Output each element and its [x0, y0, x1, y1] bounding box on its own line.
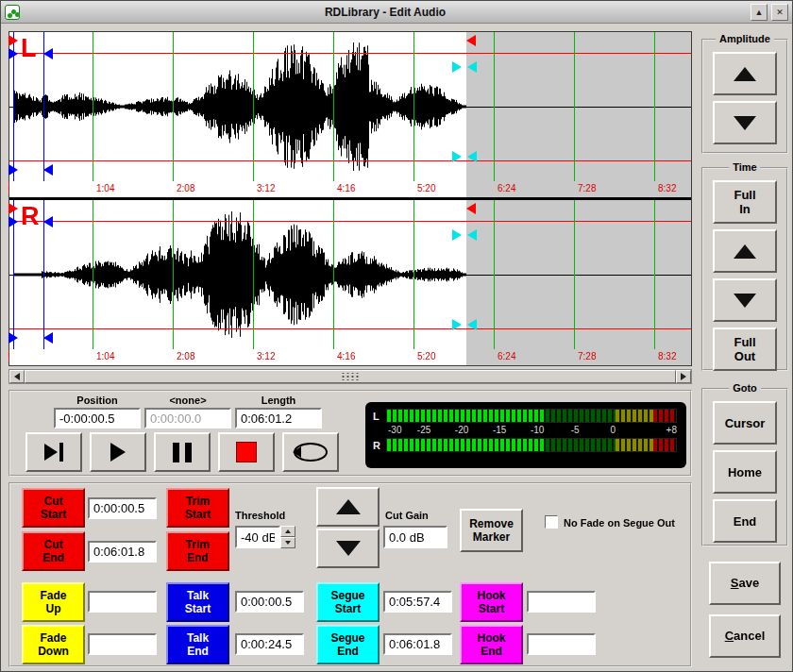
- marker-readout-label: <none>: [144, 395, 231, 406]
- talk-start-button[interactable]: Talk Start: [166, 582, 229, 622]
- threshold-label: Threshold: [235, 510, 285, 521]
- close-button[interactable]: ✕: [771, 4, 788, 21]
- time-full-out-button[interactable]: Full Out: [713, 328, 777, 371]
- time-tick-label: 7:28: [578, 183, 596, 193]
- amplitude-up-button[interactable]: [713, 52, 777, 95]
- shade-button[interactable]: ▲: [751, 4, 768, 21]
- cut-end-marker-icon[interactable]: [466, 35, 476, 46]
- cut-gain-field[interactable]: [383, 526, 447, 548]
- goto-group: Goto Cursor Home End: [701, 388, 788, 546]
- meter-scale-tick: -25: [417, 425, 430, 435]
- threshold-down-button[interactable]: [280, 537, 295, 548]
- segue-start-button[interactable]: Segue Start: [316, 582, 380, 622]
- hook-end-button[interactable]: Hook End: [460, 625, 523, 664]
- time-full-in-button[interactable]: Full In: [713, 180, 777, 224]
- segue-start-marker-icon[interactable]: [452, 319, 462, 330]
- trim-end-button[interactable]: Trim End: [166, 531, 229, 571]
- up-arrow-icon: [734, 244, 756, 259]
- cut-end-button[interactable]: Cut End: [22, 531, 85, 571]
- fade-down-button[interactable]: Fade Down: [22, 625, 85, 664]
- time-tick-label: 6:24: [498, 183, 515, 193]
- threshold-up-button[interactable]: [280, 526, 295, 537]
- cut-start-marker-icon[interactable]: [8, 203, 18, 214]
- threshold-spinbox[interactable]: [235, 526, 295, 548]
- gain-up-button[interactable]: [316, 487, 380, 527]
- no-fade-checkbox[interactable]: [545, 515, 558, 529]
- goto-end-button[interactable]: End: [713, 499, 777, 543]
- segue-end-button[interactable]: Segue End: [316, 625, 380, 664]
- cut-end-marker-icon[interactable]: [466, 203, 476, 214]
- time-tick-label: 3:12: [257, 351, 275, 361]
- segue-end-field[interactable]: [383, 633, 452, 655]
- talk-start-field[interactable]: [235, 591, 304, 613]
- down-arrow-icon: [734, 116, 756, 130]
- remove-marker-button[interactable]: Remove Marker: [460, 509, 523, 552]
- loop-button[interactable]: [282, 432, 339, 472]
- time-tick-label: 8:32: [658, 351, 676, 361]
- gain-down-button[interactable]: [316, 529, 380, 568]
- fade-up-button[interactable]: Fade Up: [22, 582, 85, 622]
- talk-end-marker-icon[interactable]: [43, 164, 53, 176]
- talk-end-marker-icon[interactable]: [43, 216, 53, 227]
- cut-gain-label: Cut Gain: [385, 510, 429, 521]
- hook-end-field[interactable]: [527, 633, 596, 655]
- save-button[interactable]: Save: [709, 562, 781, 605]
- cut-end-field[interactable]: [88, 541, 157, 563]
- talk-start-marker-icon[interactable]: [8, 216, 18, 227]
- play-button[interactable]: [90, 432, 146, 472]
- amplitude-down-button[interactable]: [713, 101, 777, 144]
- talk-start-marker-icon[interactable]: [8, 332, 18, 344]
- waveform-display: L 1:04 2:08 3:12 4:16 5:20 6:24 7:28 8:3…: [8, 31, 692, 366]
- segue-start-marker-icon[interactable]: [452, 229, 462, 241]
- threshold-input[interactable]: [235, 526, 280, 548]
- titlebar[interactable]: RDLibrary - Edit Audio ▲ ✕: [1, 1, 792, 24]
- scroll-left-button[interactable]: [9, 370, 25, 383]
- talk-start-marker-icon[interactable]: [8, 48, 18, 59]
- talk-start-marker-icon[interactable]: [8, 164, 18, 176]
- play-from-start-button[interactable]: [25, 432, 82, 472]
- play-icon: [110, 443, 126, 462]
- pause-button[interactable]: [154, 432, 211, 472]
- stop-icon: [236, 442, 257, 462]
- segue-end-marker-icon[interactable]: [467, 229, 477, 241]
- talk-end-marker-icon[interactable]: [43, 48, 53, 59]
- talk-end-button[interactable]: Talk End: [166, 625, 229, 664]
- trim-start-button[interactable]: Trim Start: [166, 488, 229, 528]
- goto-cursor-button[interactable]: Cursor: [713, 401, 777, 445]
- length-label: Length: [235, 395, 322, 406]
- time-zoom-out-button[interactable]: [713, 278, 777, 322]
- cut-start-button[interactable]: Cut Start: [22, 488, 85, 528]
- scrollbar-thumb[interactable]: [25, 370, 676, 383]
- position-field[interactable]: [54, 408, 141, 428]
- hook-start-field[interactable]: [527, 591, 596, 613]
- right-waveform-canvas[interactable]: [9, 200, 691, 349]
- cancel-button[interactable]: Cancel: [709, 614, 781, 658]
- goto-home-button[interactable]: Home: [713, 450, 777, 494]
- scroll-right-button[interactable]: [676, 370, 691, 383]
- up-arrow-icon: [734, 67, 756, 81]
- fade-up-field[interactable]: [88, 591, 157, 613]
- left-waveform-canvas[interactable]: [9, 32, 691, 181]
- segue-end-marker-icon[interactable]: [467, 61, 477, 73]
- time-zoom-in-button[interactable]: [713, 229, 777, 273]
- fade-down-field[interactable]: [88, 633, 157, 655]
- stop-button[interactable]: [218, 432, 275, 472]
- segue-start-field[interactable]: [383, 591, 452, 613]
- time-axis: 1:04 2:08 3:12 4:16 5:20 6:24 7:28 8:32: [9, 181, 691, 197]
- segue-end-marker-icon[interactable]: [467, 151, 477, 162]
- talk-end-marker-icon[interactable]: [43, 332, 53, 344]
- segue-end-marker-icon[interactable]: [467, 319, 477, 330]
- meter-scale-tick: -15: [493, 425, 506, 435]
- position-label: Position: [54, 395, 141, 406]
- rivendell-icon: [5, 5, 20, 20]
- waveform-scrollbar[interactable]: [8, 369, 692, 384]
- talk-end-field[interactable]: [235, 633, 304, 655]
- pause-icon: [173, 443, 192, 462]
- cut-start-marker-icon[interactable]: [8, 35, 18, 46]
- cut-start-field[interactable]: [88, 497, 157, 519]
- segue-start-marker-icon[interactable]: [452, 61, 462, 73]
- length-field[interactable]: [235, 408, 322, 428]
- hook-start-button[interactable]: Hook Start: [460, 582, 523, 622]
- segue-start-marker-icon[interactable]: [452, 151, 462, 162]
- meter-left-bar: [386, 409, 677, 423]
